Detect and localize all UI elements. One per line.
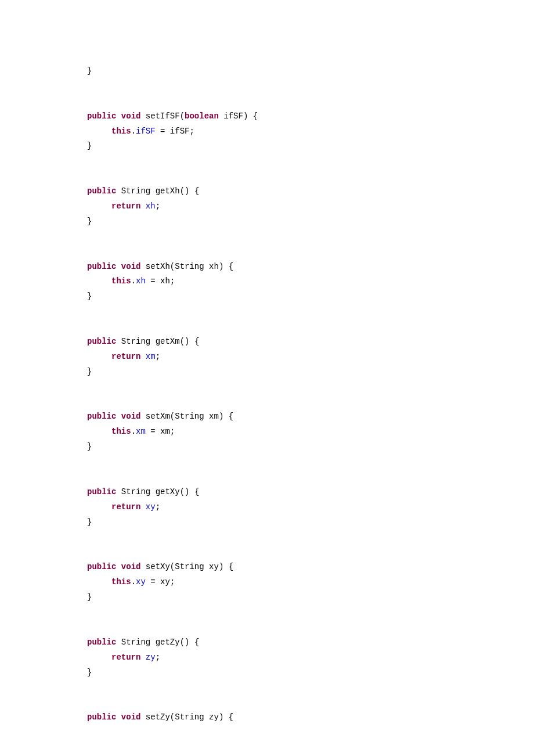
assign: =	[146, 427, 160, 436]
keyword-return: return	[111, 352, 140, 361]
param-ref: xh	[160, 276, 170, 286]
type-string: String	[121, 638, 150, 647]
lparen: (	[170, 262, 175, 271]
lparen: (	[170, 412, 175, 421]
lparen: (	[180, 111, 185, 121]
lbrace: {	[194, 638, 199, 647]
keyword-boolean: boolean	[185, 111, 219, 121]
keyword-this: this	[111, 427, 131, 436]
method-name: getXy	[156, 487, 180, 496]
lparen: (	[180, 186, 185, 196]
lparen: (	[180, 337, 185, 346]
param-name: zy	[209, 712, 219, 722]
lparen: (	[180, 487, 185, 496]
semi: ;	[189, 127, 194, 136]
lbrace: {	[194, 337, 199, 346]
keyword-void: void	[121, 111, 141, 121]
keyword-void: void	[121, 562, 141, 571]
rparen: )	[185, 186, 189, 196]
rbrace: }	[87, 141, 92, 150]
dot: .	[131, 127, 136, 136]
param-name: xy	[209, 562, 219, 571]
semi: ;	[156, 653, 160, 662]
assign: =	[146, 276, 160, 286]
lparen: (	[170, 562, 175, 571]
rbrace: }	[87, 442, 92, 451]
keyword-public: public	[87, 111, 116, 121]
type-string: String	[121, 186, 150, 196]
field-ref: xh	[136, 276, 146, 286]
keyword-public: public	[87, 562, 116, 571]
type-string: String	[175, 262, 204, 271]
keyword-public: public	[87, 638, 116, 647]
keyword-return: return	[111, 653, 140, 662]
semi: ;	[156, 502, 160, 512]
method-name: setIfSF	[146, 111, 180, 121]
semi: ;	[156, 201, 160, 211]
lbrace: {	[229, 712, 233, 722]
keyword-return: return	[111, 502, 140, 512]
keyword-public: public	[87, 412, 116, 421]
assign: =	[146, 577, 160, 586]
keyword-return: return	[111, 201, 140, 211]
semi: ;	[156, 352, 160, 361]
rparen: )	[219, 262, 223, 271]
rbrace: }	[87, 367, 92, 376]
method-name: setXh	[146, 262, 170, 271]
keyword-public: public	[87, 487, 116, 496]
rparen: )	[219, 412, 223, 421]
keyword-public: public	[87, 337, 116, 346]
rbrace: }	[87, 217, 92, 226]
rparen: )	[219, 562, 223, 571]
method-name: setZy	[146, 712, 170, 722]
param-name: ifSF	[223, 111, 243, 121]
keyword-void: void	[121, 412, 141, 421]
type-string: String	[175, 712, 204, 722]
field-ref: ifSF	[136, 127, 156, 136]
code-page: } public void setIfSF(boolean ifSF) { th…	[0, 0, 534, 756]
lbrace: {	[194, 487, 199, 496]
type-string: String	[121, 337, 150, 346]
keyword-void: void	[121, 712, 141, 722]
field-ref: xm	[146, 352, 156, 361]
type-string: String	[121, 487, 150, 496]
method-name: getZy	[156, 638, 180, 647]
semi: ;	[170, 577, 175, 586]
dot: .	[131, 577, 136, 586]
type-string: String	[175, 562, 204, 571]
keyword-public: public	[87, 712, 116, 722]
semi: ;	[170, 427, 175, 436]
lbrace: {	[194, 186, 199, 196]
rparen: )	[185, 487, 189, 496]
dot: .	[131, 427, 136, 436]
param-ref: ifSF	[170, 127, 190, 136]
method-name: setXy	[146, 562, 170, 571]
type-string: String	[175, 412, 204, 421]
keyword-this: this	[111, 127, 131, 136]
method-name: getXh	[156, 186, 180, 196]
rparen: )	[185, 337, 189, 346]
lbrace: {	[229, 262, 233, 271]
field-ref: zy	[146, 653, 156, 662]
param-name: xm	[209, 412, 219, 421]
assign: =	[156, 127, 170, 136]
lparen: (	[180, 638, 185, 647]
field-ref: xy	[136, 577, 146, 586]
semi: ;	[170, 276, 175, 286]
dot: .	[131, 276, 136, 286]
lbrace: {	[229, 412, 233, 421]
rparen: )	[185, 638, 189, 647]
keyword-public: public	[87, 186, 116, 196]
code-block: } public void setIfSF(boolean ifSF) { th…	[87, 64, 534, 725]
param-ref: xy	[160, 577, 170, 586]
field-ref: xy	[146, 502, 156, 512]
keyword-this: this	[111, 577, 131, 586]
field-ref: xh	[146, 201, 156, 211]
method-name: setXm	[146, 412, 170, 421]
method-close-brace: }	[87, 66, 92, 75]
lbrace: {	[253, 111, 258, 121]
rparen: )	[219, 712, 223, 722]
keyword-this: this	[111, 276, 131, 286]
param-name: xh	[209, 262, 219, 271]
rbrace: }	[87, 592, 92, 602]
